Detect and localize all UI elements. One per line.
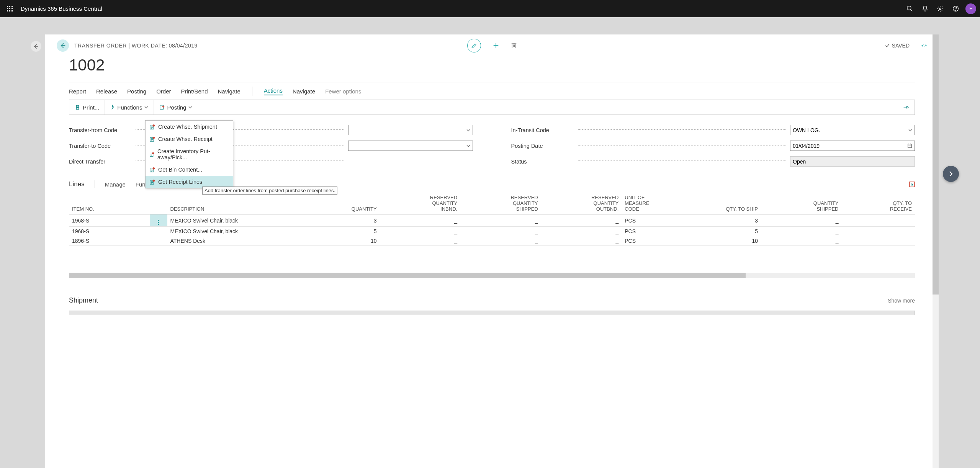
toolbar-functions-label: Functions: [117, 104, 142, 111]
menu-navigate[interactable]: Navigate: [218, 88, 241, 95]
horizontal-scrollbar[interactable]: [69, 273, 915, 278]
input-posting-date[interactable]: 01/04/2019: [790, 141, 915, 151]
menu-navigate2[interactable]: Navigate: [293, 88, 315, 95]
table-row-empty[interactable]: [69, 255, 915, 264]
svg-rect-23: [77, 105, 79, 107]
document-number: 1002: [69, 56, 915, 74]
label-transfer-from: Transfer-from Code: [69, 127, 134, 133]
vertical-scrollbar[interactable]: [933, 34, 939, 468]
field-status: Status Open: [511, 156, 915, 167]
table-row-empty[interactable]: [69, 246, 915, 255]
avatar-initial: F: [969, 6, 972, 11]
menu-fewer-options[interactable]: Fewer options: [325, 88, 361, 95]
svg-rect-8: [11, 10, 13, 11]
user-avatar[interactable]: F: [965, 3, 976, 14]
pin-icon[interactable]: [898, 105, 915, 110]
col-description[interactable]: DESCRIPTION: [167, 192, 314, 214]
tooltip: Add transfer order lines from posted pur…: [202, 187, 337, 195]
col-res-shipped[interactable]: RESERVEDQUANTITYSHIPPED: [460, 192, 541, 214]
app-title: Dynamics 365 Business Central: [21, 5, 102, 12]
svg-rect-4: [9, 8, 10, 9]
input-transfer-to[interactable]: [348, 141, 473, 151]
delete-button[interactable]: [511, 42, 517, 49]
svg-rect-25: [160, 105, 164, 110]
input-intransit[interactable]: OWN LOG.: [790, 125, 915, 135]
calendar-icon[interactable]: [907, 143, 912, 148]
col-res-inbnd[interactable]: RESERVEDQUANTITYINBND.: [380, 192, 461, 214]
col-res-outbnd[interactable]: RESERVEDQUANTITYOUTBND.: [541, 192, 622, 214]
search-icon[interactable]: [902, 1, 917, 16]
svg-rect-26: [908, 144, 912, 147]
svg-rect-18: [512, 44, 516, 48]
svg-point-40: [152, 179, 155, 182]
menu-actions[interactable]: Actions: [264, 87, 283, 95]
app-launcher-icon[interactable]: [4, 3, 16, 15]
menu-posting[interactable]: Posting: [127, 88, 146, 95]
chevron-down-icon: [144, 106, 148, 108]
toolbar-print[interactable]: Print...: [69, 100, 105, 115]
functions-dropdown: Create Whse. ShipmentCreate Whse. Receip…: [145, 120, 233, 188]
edit-button[interactable]: [467, 39, 481, 52]
col-uom[interactable]: UNIT OFMEASURECODE: [622, 192, 687, 214]
label-direct-transfer: Direct Transfer: [69, 159, 134, 165]
svg-point-11: [939, 8, 941, 10]
menu-report[interactable]: Report: [69, 88, 86, 95]
shipment-show-more[interactable]: Show more: [888, 298, 915, 304]
settings-icon[interactable]: [933, 1, 948, 16]
svg-rect-24: [77, 108, 79, 110]
table-row[interactable]: 1896-SATHENS Desk10___PCS10_: [69, 236, 915, 246]
field-direct-transfer: Direct Transfer: [69, 156, 473, 167]
chevron-down-icon: [188, 106, 192, 108]
dropdown-item-0[interactable]: Create Whse. Shipment: [146, 121, 233, 133]
svg-point-34: [152, 136, 155, 139]
saved-label: SAVED: [892, 43, 910, 49]
collapse-icon[interactable]: [921, 43, 927, 49]
svg-point-36: [152, 152, 154, 154]
svg-rect-3: [7, 8, 8, 9]
field-posting-date: Posting Date 01/04/2019: [511, 141, 915, 151]
lines-manage[interactable]: Manage: [105, 181, 126, 188]
dropdown-item-3[interactable]: Get Bin Content...: [146, 164, 233, 176]
col-quantity[interactable]: QUANTITY: [314, 192, 380, 214]
toolbar-functions[interactable]: Functions: [105, 100, 154, 115]
label-status: Status: [511, 159, 576, 165]
notifications-icon[interactable]: [917, 1, 933, 16]
new-button[interactable]: [492, 42, 499, 49]
menu-release[interactable]: Release: [96, 88, 117, 95]
input-transfer-from[interactable]: [348, 125, 473, 135]
col-qty-shipped[interactable]: QUANTITYSHIPPED: [761, 192, 842, 214]
toolbar-posting[interactable]: Posting: [154, 100, 198, 115]
expand-lines-icon[interactable]: [909, 182, 915, 187]
dropdown-item-1[interactable]: Create Whse. Receipt: [146, 133, 233, 145]
dropdown-item-2[interactable]: Create Inventory Put-away/Pick...: [146, 145, 233, 164]
svg-rect-7: [9, 10, 10, 11]
table-row[interactable]: 1968-SMEXICO Swivel Chair, black5___PCS5…: [69, 227, 915, 236]
saved-status: SAVED: [885, 43, 910, 49]
svg-rect-2: [11, 6, 13, 7]
col-qty-to-ship[interactable]: QTY. TO SHIP: [688, 192, 761, 214]
chevron-down-icon[interactable]: [908, 129, 912, 131]
factbox-toggle[interactable]: [943, 166, 959, 182]
chevron-down-icon[interactable]: [466, 129, 470, 131]
chevron-down-icon[interactable]: [466, 145, 470, 147]
col-item-no[interactable]: ITEM NO.: [69, 192, 150, 214]
back-button[interactable]: [57, 39, 69, 52]
menu-order[interactable]: Order: [156, 88, 171, 95]
field-transfer-to: Transfer-to Code: [69, 141, 473, 151]
main-panel: TRANSFER ORDER | WORK DATE: 08/04/2019 S…: [45, 34, 939, 468]
help-icon[interactable]: [948, 1, 963, 16]
outer-back-button[interactable]: [31, 41, 41, 52]
svg-rect-5: [11, 8, 13, 9]
table-row-empty[interactable]: [69, 264, 915, 273]
svg-point-38: [152, 167, 155, 169]
label-intransit: In-Transit Code: [511, 127, 576, 133]
svg-line-10: [911, 10, 912, 11]
lines-grid: ITEM NO. DESCRIPTION QUANTITY RESERVEDQU…: [69, 192, 915, 273]
svg-point-9: [907, 6, 911, 10]
col-qty-to-receive[interactable]: QTY. TORECEIVE: [842, 192, 915, 214]
svg-rect-1: [9, 6, 10, 7]
label-transfer-to: Transfer-to Code: [69, 143, 134, 149]
table-row[interactable]: 1968-SMEXICO Swivel Chair, black3___PCS3…: [69, 214, 915, 227]
menu-printsend[interactable]: Print/Send: [181, 88, 208, 95]
toolbar-print-label: Print...: [83, 104, 99, 111]
